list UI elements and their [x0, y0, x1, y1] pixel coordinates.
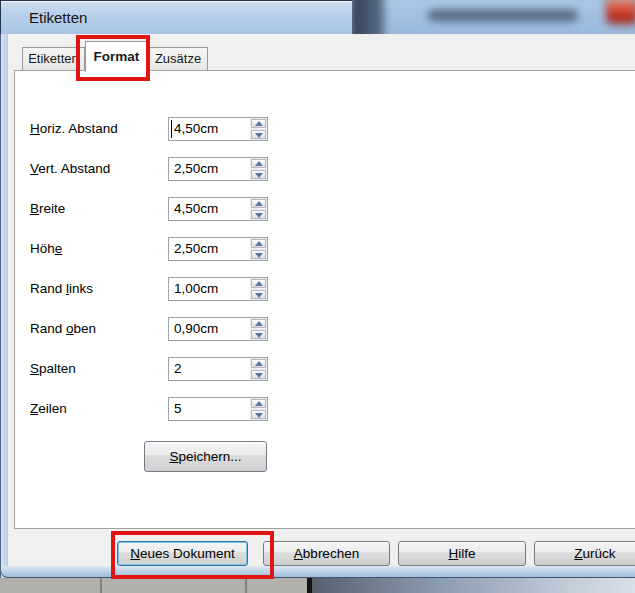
arrow-up-icon [255, 401, 263, 406]
spalten-spinner [250, 358, 267, 380]
breite-label: Breite [30, 201, 65, 216]
arrow-down-icon [255, 213, 263, 218]
background-window-title-blurred [428, 10, 578, 21]
arrow-up-icon [255, 161, 263, 166]
text-cursor [171, 120, 172, 138]
spin-down-button[interactable] [251, 330, 266, 339]
speichern-button[interactable]: Speichern... [144, 441, 267, 472]
tab-format[interactable]: Format [85, 41, 148, 72]
hilfe-button[interactable]: Hilfe [398, 541, 526, 566]
breite-spinner [250, 198, 267, 220]
hoehe-field[interactable]: 2,50cm [168, 237, 268, 261]
spalten-label: Spalten [30, 361, 76, 376]
zurueck-button[interactable]: Zurück [534, 541, 635, 566]
arrow-down-icon [255, 293, 263, 298]
tab-etiketten[interactable]: Etiketten [22, 47, 85, 70]
arrow-up-icon [255, 201, 263, 206]
zeilen-field[interactable]: 5 [168, 397, 268, 421]
spin-up-button[interactable] [251, 159, 266, 168]
arrow-up-icon [255, 121, 263, 126]
horiz-abstand-value[interactable]: 4,50cm [169, 118, 250, 140]
table-border-line [245, 578, 247, 593]
rand-links-field[interactable]: 1,00cm [168, 277, 268, 301]
arrow-up-icon [255, 361, 263, 366]
format-tab-panel [14, 70, 635, 529]
spin-up-button[interactable] [251, 239, 266, 248]
vert-abstand-field[interactable]: 2,50cm [168, 157, 268, 181]
dialog-title: Etiketten [29, 9, 87, 26]
background-gradient [312, 578, 635, 593]
zeilen-label: Zeilen [30, 401, 67, 416]
abbrechen-button[interactable]: Abbrechen [263, 541, 390, 566]
tab-zusaetze[interactable]: Zusätze [148, 47, 208, 70]
horiz-abstand-spinner [250, 118, 267, 140]
spin-up-button[interactable] [251, 319, 266, 328]
table-border-line [100, 578, 102, 593]
spin-down-button[interactable] [251, 210, 266, 219]
spin-up-button[interactable] [251, 119, 266, 128]
spin-up-button[interactable] [251, 399, 266, 408]
spin-up-button[interactable] [251, 359, 266, 368]
screenshot-root: Etiketten Etiketten Format Zusätze Horiz… [0, 0, 635, 593]
arrow-down-icon [255, 173, 263, 178]
spalten-value[interactable]: 2 [169, 358, 250, 380]
background-window-edge [352, 0, 384, 34]
spin-up-button[interactable] [251, 199, 266, 208]
horiz-abstand-label: Horiz. Abstand [30, 121, 118, 136]
hoehe-value[interactable]: 2,50cm [169, 238, 250, 260]
spin-down-button[interactable] [251, 250, 266, 259]
spin-up-button[interactable] [251, 279, 266, 288]
spin-down-button[interactable] [251, 410, 266, 419]
arrow-up-icon [255, 281, 263, 286]
close-icon[interactable] [606, 0, 635, 24]
arrow-down-icon [255, 413, 263, 418]
arrow-down-icon [255, 133, 263, 138]
neues-dokument-button[interactable]: Neues Dokument [117, 541, 248, 566]
vert-abstand-value[interactable]: 2,50cm [169, 158, 250, 180]
background-window-blur [352, 0, 635, 34]
zeilen-value[interactable]: 5 [169, 398, 250, 420]
hoehe-spinner [250, 238, 267, 260]
spalten-field[interactable]: 2 [168, 357, 268, 381]
rand-links-spinner [250, 278, 267, 300]
rand-oben-field[interactable]: 0,90cm [168, 317, 268, 341]
arrow-down-icon [255, 253, 263, 258]
spin-down-button[interactable] [251, 170, 266, 179]
horiz-abstand-field[interactable]: 4,50cm [168, 117, 268, 141]
arrow-down-icon [255, 373, 263, 378]
arrow-up-icon [255, 321, 263, 326]
rand-oben-label: Rand oben [30, 321, 96, 336]
rand-oben-spinner [250, 318, 267, 340]
arrow-up-icon [255, 241, 263, 246]
vert-abstand-spinner [250, 158, 267, 180]
arrow-down-icon [255, 333, 263, 338]
hoehe-label: Höhe [30, 241, 62, 256]
background-document-strip [0, 578, 635, 593]
zeilen-spinner [250, 398, 267, 420]
rand-links-value[interactable]: 1,00cm [169, 278, 250, 300]
breite-value[interactable]: 4,50cm [169, 198, 250, 220]
background-window-titlebar [352, 0, 635, 34]
spin-down-button[interactable] [251, 130, 266, 139]
rand-oben-value[interactable]: 0,90cm [169, 318, 250, 340]
breite-field[interactable]: 4,50cm [168, 197, 268, 221]
vert-abstand-label: Vert. Abstand [30, 161, 110, 176]
rand-links-label: Rand links [30, 281, 93, 296]
spin-down-button[interactable] [251, 370, 266, 379]
spin-down-button[interactable] [251, 290, 266, 299]
dialog-frame-left [0, 34, 8, 578]
dialog-frame-bottom [0, 566, 635, 578]
